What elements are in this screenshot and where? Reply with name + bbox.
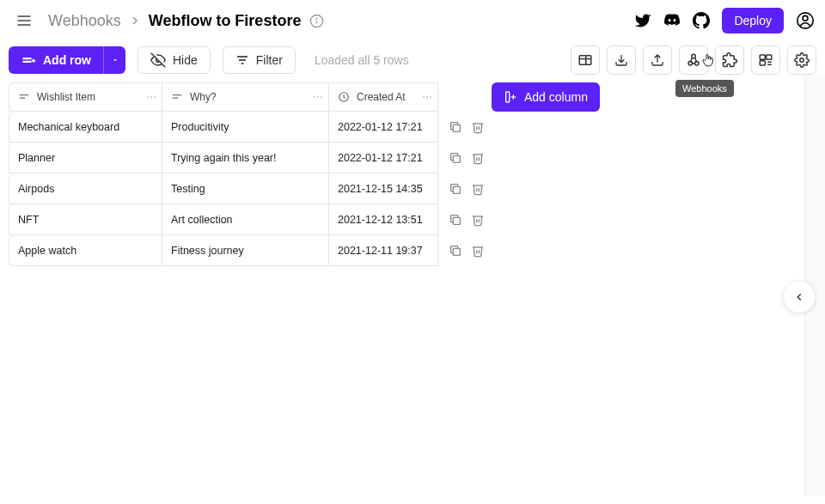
hide-label: Hide [173, 53, 198, 67]
import-button[interactable] [607, 46, 636, 75]
extensions-button[interactable] [715, 46, 744, 75]
hide-icon [150, 52, 166, 68]
cell-created[interactable]: 2021-12-15 14:35 [328, 173, 438, 204]
table-row: Airpods Testing 2021-12-15 14:35 [9, 173, 485, 204]
cell-created[interactable]: 2022-01-12 17:21 [328, 112, 438, 143]
github-icon[interactable] [693, 12, 710, 29]
filter-label: Filter [256, 53, 283, 67]
cell-wishlist[interactable]: Planner [9, 143, 162, 173]
svg-rect-19 [760, 55, 765, 59]
breadcrumb: Webhooks Webflow to Firestore [48, 12, 301, 30]
add-row-label: Add row [43, 53, 91, 67]
add-column-icon [504, 90, 517, 104]
svg-rect-21 [760, 61, 765, 65]
duplicate-row-icon[interactable] [449, 244, 462, 258]
add-column-button[interactable]: Add column [492, 82, 600, 112]
svg-rect-30 [453, 124, 460, 131]
column-header-wishlist-label: Wishlist Item [37, 91, 95, 103]
cell-wishlist[interactable]: NFT [9, 204, 162, 235]
cell-why[interactable]: Testing [162, 173, 328, 204]
duplicate-row-icon[interactable] [449, 120, 462, 134]
svg-rect-33 [453, 217, 460, 224]
twitter-icon[interactable] [634, 12, 651, 29]
column-header-why[interactable]: Why? ⋯ [162, 82, 328, 112]
svg-rect-9 [22, 61, 32, 63]
cell-wishlist[interactable]: Apple watch [9, 235, 162, 266]
svg-rect-34 [453, 248, 460, 255]
table-row: NFT Art collection 2021-12-12 13:51 [9, 204, 485, 235]
add-column-label: Add column [524, 90, 588, 104]
info-icon[interactable] [309, 14, 324, 28]
column-menu-icon[interactable]: ⋯ [313, 91, 323, 103]
column-menu-icon[interactable]: ⋯ [146, 91, 156, 103]
column-header-why-label: Why? [190, 91, 217, 103]
cloud-logs-button[interactable] [751, 46, 780, 75]
cell-why[interactable]: Art collection [162, 204, 328, 235]
duplicate-row-icon[interactable] [449, 151, 462, 165]
svg-rect-8 [22, 58, 32, 59]
svg-point-24 [800, 58, 804, 63]
export-button[interactable] [643, 46, 672, 75]
table-row: Planner Trying again this year! 2022-01-… [9, 143, 485, 173]
delete-row-icon[interactable] [471, 244, 485, 258]
side-panel-toggle[interactable] [784, 282, 815, 313]
cell-why[interactable]: Fitness journey [162, 235, 328, 266]
duplicate-row-icon[interactable] [449, 182, 462, 196]
delete-row-icon[interactable] [471, 151, 485, 165]
delete-row-icon[interactable] [471, 213, 485, 227]
svg-point-7 [803, 15, 808, 21]
column-header-created-label: Created At [357, 91, 406, 103]
short-text-icon [18, 91, 30, 103]
breadcrumb-current: Webflow to Firestore [149, 12, 302, 30]
discord-icon[interactable] [663, 12, 681, 29]
column-header-created[interactable]: Created At ⋯ [328, 82, 438, 112]
account-icon[interactable] [796, 11, 815, 30]
cell-created[interactable]: 2021-12-12 13:51 [328, 204, 438, 235]
svg-rect-32 [453, 186, 460, 193]
column-header-wishlist[interactable]: Wishlist Item ⋯ [9, 82, 162, 112]
webhooks-tooltip: Webhooks [675, 80, 734, 97]
deploy-button[interactable]: Deploy [722, 8, 784, 33]
svg-rect-31 [453, 155, 460, 162]
webhooks-button[interactable] [679, 46, 708, 75]
delete-row-icon[interactable] [471, 120, 485, 134]
short-text-icon [171, 91, 183, 103]
add-row-icon [21, 52, 36, 68]
table-row: Apple watch Fitness journey 2021-12-11 1… [9, 235, 485, 266]
add-row-dropdown[interactable] [103, 46, 125, 74]
delete-row-icon[interactable] [471, 182, 485, 196]
breadcrumb-parent[interactable]: Webhooks [48, 12, 121, 30]
cell-why[interactable]: Producitivity [162, 112, 328, 143]
svg-rect-20 [767, 55, 772, 59]
loaded-status: Loaded all 5 rows [315, 53, 409, 67]
chevron-right-icon [128, 14, 142, 27]
settings-button[interactable] [787, 46, 816, 75]
hide-button[interactable]: Hide [138, 46, 211, 74]
duplicate-row-icon[interactable] [449, 213, 462, 227]
clock-icon [338, 91, 350, 103]
cell-created[interactable]: 2021-12-11 19:37 [328, 235, 438, 266]
cell-why[interactable]: Trying again this year! [162, 143, 328, 173]
cell-wishlist[interactable]: Mechanical keyboard [9, 112, 162, 143]
table-view-button[interactable] [571, 46, 600, 75]
filter-icon [235, 53, 249, 67]
cell-created[interactable]: 2022-01-12 17:21 [328, 143, 438, 173]
svg-rect-35 [506, 92, 510, 102]
add-row-button[interactable]: Add row [9, 46, 103, 74]
svg-point-5 [317, 18, 318, 19]
filter-button[interactable]: Filter [223, 46, 296, 74]
hamburger-menu-icon[interactable] [10, 7, 38, 34]
column-menu-icon[interactable]: ⋯ [422, 91, 432, 103]
cell-wishlist[interactable]: Airpods [9, 173, 162, 204]
table-row: Mechanical keyboard Producitivity 2022-0… [9, 112, 485, 143]
